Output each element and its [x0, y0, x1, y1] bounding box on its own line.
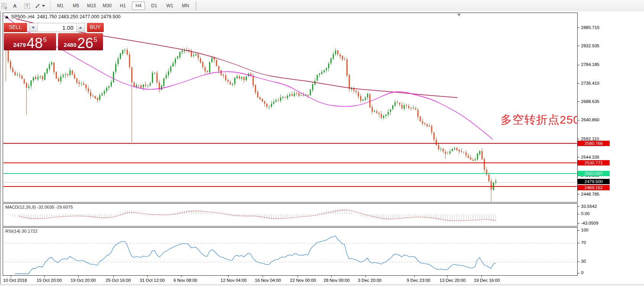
price-tick-label: 2544.335	[581, 155, 599, 159]
dropdown-caret-icon[interactable]	[42, 5, 45, 7]
macd-name: MACD(12,26,9)	[5, 205, 36, 209]
timeframe-toolbar: M1M5M15M30H1H4D1W1MN	[54, 2, 192, 10]
time-tick-label: 28 Nov 00:00	[324, 278, 349, 283]
timeframe-w1-button[interactable]: W1	[163, 2, 176, 10]
time-tick-label: 25 Oct 16:00	[106, 278, 131, 283]
time-tick	[228, 276, 229, 277]
time-tick-label: 10 Oct 2018	[3, 278, 27, 283]
time-tick-label: 15 Oct 20:00	[37, 278, 62, 283]
toolbar-grip-icon[interactable]: F	[1, 3, 6, 9]
time-tick-label: 22 Nov 00:00	[290, 278, 316, 283]
price-tick	[578, 120, 580, 121]
price-badge-pivot: 2503.007	[578, 171, 610, 176]
macd-axis-tick	[578, 214, 580, 214]
rsi-canvas[interactable]	[3, 228, 577, 275]
price-badge-resistance: 2580.766	[578, 141, 610, 146]
time-tick-label: 12 Nov 04:00	[221, 278, 246, 283]
price-badge-support: 2469.162	[578, 185, 610, 190]
chart-window: SP500-,H4 2481.750 2483.250 2477.000 247…	[0, 11, 644, 286]
buy-price-box[interactable]: 2480 26 5	[58, 33, 103, 50]
price-tick-label: 2640.860	[581, 117, 599, 122]
cycle-arrows-glyph	[35, 3, 40, 9]
level-line-current-price[interactable]	[3, 182, 577, 183]
price-tick	[578, 139, 580, 139]
price-tick	[578, 46, 580, 46]
time-tick-label: 19 Oct 20:00	[71, 278, 96, 283]
price-tick	[578, 101, 580, 102]
price-tick-label: 2448.785	[581, 192, 599, 196]
rsi-axis-label: 30	[581, 259, 586, 264]
time-tick	[78, 276, 79, 277]
time-tick	[44, 276, 45, 277]
time-tick-label: 19 Dec 16:00	[474, 278, 500, 283]
sell-price-main: 48	[27, 36, 43, 50]
volume-input[interactable]	[38, 23, 76, 32]
arrow-up-icon	[79, 27, 82, 29]
status-strip	[0, 284, 644, 286]
price-chart-panel: SP500-,H4 2481.750 2483.250 2477.000 247…	[3, 13, 578, 202]
level-line-resistance[interactable]	[3, 143, 577, 144]
time-tick	[262, 276, 263, 277]
chart-annotation-text: 多空转折点2500	[501, 112, 587, 128]
price-axis[interactable]: 2880.7102832.9352784.1852736.4102688.635…	[578, 13, 644, 276]
trade-prices-row: 2479 48 5 2480 26 5	[4, 33, 104, 50]
time-tick	[365, 276, 366, 277]
time-tick	[447, 276, 448, 277]
price-tick-label: 2736.410	[581, 81, 599, 85]
time-tick	[11, 276, 11, 277]
price-tick	[578, 65, 580, 65]
volume-decrease-button[interactable]	[29, 23, 38, 32]
chart-shift-marker-icon[interactable]	[457, 14, 461, 16]
macd-panel: MACD(12,26,9) -32.0035 -29.6075	[3, 203, 578, 227]
rsi-label: RSI(14) 30.1722	[5, 229, 37, 233]
macd-axis-tick	[578, 206, 580, 207]
price-tick-label: 2784.185	[581, 62, 599, 67]
sell-button[interactable]: SELL	[4, 23, 27, 32]
time-tick-label: 13 Dec 20:00	[440, 278, 465, 283]
timeframe-m5-button[interactable]: M5	[69, 2, 82, 10]
toolbar-grip-icon[interactable]	[196, 2, 197, 10]
price-tick-label: 2880.710	[581, 25, 599, 30]
timeframe-h4-button[interactable]: H4	[132, 2, 145, 10]
window-left-edge	[0, 11, 1, 286]
macd-axis-label: -43.0509	[581, 221, 598, 225]
one-click-trading-panel: SELL BUY 2479 48 5 2480	[4, 23, 104, 50]
title-spacer	[34, 14, 37, 19]
price-badge-resistance: 2530.771	[578, 160, 610, 165]
level-line-support[interactable]	[3, 186, 577, 187]
timeframe-m15-button[interactable]: M15	[85, 2, 98, 10]
time-tick	[147, 276, 148, 277]
text-annotation-icon[interactable]: A	[10, 1, 20, 11]
price-tick	[578, 157, 580, 157]
buy-button[interactable]: BUY	[87, 23, 104, 32]
time-axis[interactable]: 10 Oct 201815 Oct 20:0019 Oct 20:0025 Oc…	[3, 276, 578, 284]
time-tick-label: 9 Dec 23:00	[407, 278, 430, 283]
macd-axis-tick	[578, 223, 580, 223]
text-box-icon[interactable]: T	[22, 1, 32, 11]
macd-label: MACD(12,26,9) -32.0035 -29.6075	[5, 205, 73, 209]
macd-values: -32.0035 -29.6075	[37, 205, 73, 209]
price-tick-label: 2832.935	[581, 43, 599, 48]
rsi-name: RSI(14)	[5, 229, 21, 233]
macd-canvas[interactable]	[3, 204, 577, 226]
price-tick-label: 2688.635	[581, 99, 599, 104]
time-tick	[113, 276, 114, 277]
timeframe-h1-button[interactable]: H1	[116, 2, 129, 10]
timeframe-m30-button[interactable]: M30	[101, 2, 114, 10]
time-tick-label: 3 Dec 20:00	[358, 278, 382, 283]
timeframe-mn-button[interactable]: MN	[179, 2, 192, 10]
time-tick-label: 31 Oct 12:00	[140, 278, 165, 283]
cycle-arrows-icon[interactable]	[34, 1, 45, 11]
buy-price-main: 26	[77, 36, 93, 50]
timeframe-d1-button[interactable]: D1	[148, 2, 161, 10]
volume-increase-button[interactable]	[76, 23, 85, 32]
time-tick-label: 16 Nov 04:00	[255, 278, 281, 283]
price-tick-label: 2592.110	[581, 137, 599, 141]
level-line-resistance[interactable]	[3, 162, 577, 163]
sell-price-box[interactable]: 2479 48 5	[4, 33, 56, 50]
level-line-pivot[interactable]	[3, 173, 577, 174]
timeframe-m1-button[interactable]: M1	[54, 2, 67, 10]
rsi-value: 30.1722	[22, 229, 38, 233]
time-tick	[414, 276, 415, 277]
rsi-axis-tick	[578, 230, 580, 231]
